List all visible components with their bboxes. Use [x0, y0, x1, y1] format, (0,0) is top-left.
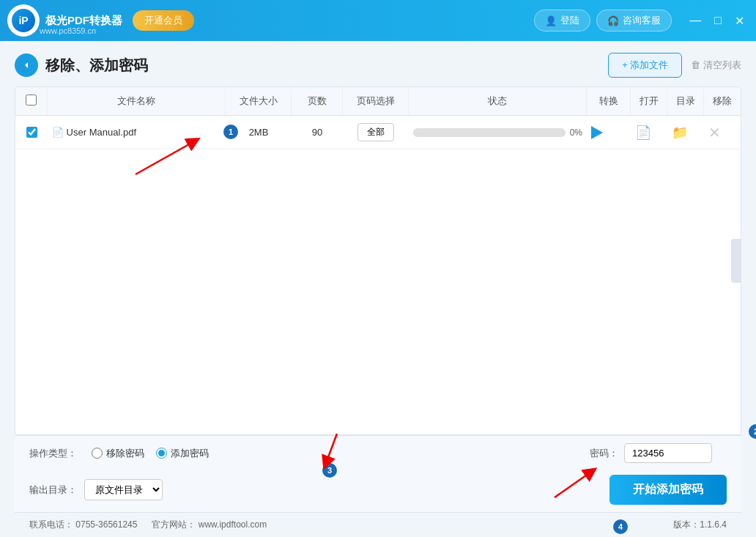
radio-remove-text: 移除密码 [106, 447, 144, 460]
row-pageselect-cell: 全部 [343, 116, 409, 149]
maximize-button[interactable]: □ [710, 12, 726, 29]
clear-list-button[interactable]: 🗑 清空列表 [691, 59, 741, 72]
support-label: 咨询客服 [623, 14, 661, 27]
page-select-button[interactable]: 全部 [357, 123, 394, 141]
row-status-cell: 0% [409, 120, 587, 145]
play-icon [591, 126, 603, 139]
open-file-button[interactable]: 📄 [635, 125, 651, 141]
add-file-button[interactable]: + 添加文件 [608, 53, 682, 78]
content-area: 文件名称 文件大小 页数 页码选择 状态 转换 打开 目录 移除 📄 User … [15, 86, 741, 435]
close-icon: ✕ [708, 124, 721, 141]
app-name: 极光PDF转换器 [45, 14, 122, 28]
phone-value: 0755-36561245 [75, 519, 137, 530]
document-icon: 📄 [635, 125, 651, 141]
footer-website: 官方网站： www.ipdftool.com [152, 519, 267, 531]
file-table: 文件名称 文件大小 页数 页码选择 状态 转换 打开 目录 移除 📄 User … [15, 86, 741, 435]
footer: 联系电话： 0755-36561245 官方网站： www.ipdftool.c… [15, 512, 741, 537]
login-button[interactable]: 👤 登陆 [534, 10, 590, 32]
radio-add-text: 添加密码 [171, 447, 209, 460]
headset-icon: 🎧 [607, 15, 619, 26]
annotation-circle-2: 2 [749, 424, 756, 439]
col-convert: 转换 [587, 87, 631, 115]
main-content: 移除、添加密码 + 添加文件 🗑 清空列表 文件名称 文件大小 页数 页码选择 … [0, 41, 756, 537]
app-url: www.pc8359.cn [40, 26, 96, 35]
password-section: 密码： [590, 443, 712, 463]
col-pageselect: 页码选择 [343, 87, 409, 115]
bottom-area: 操作类型： 移除密码 添加密码 密码： 2 [15, 435, 741, 512]
col-status: 状态 [409, 87, 587, 115]
app-logo: iP [7, 4, 40, 37]
row-checkbox[interactable] [26, 127, 37, 138]
radio-remove-label[interactable]: 移除密码 [92, 447, 144, 460]
table-header: 文件名称 文件大小 页数 页码选择 状态 转换 打开 目录 移除 [15, 87, 741, 116]
minimize-button[interactable]: — [685, 12, 705, 29]
col-open: 打开 [631, 87, 667, 115]
website-label: 官方网站： [152, 519, 196, 530]
right-edge-tab [731, 239, 741, 283]
table-row: 📄 User Manual.pdf 2MB 90 全部 0% [15, 116, 741, 149]
website-value: www.ipdftool.com [199, 519, 267, 530]
back-icon [21, 59, 32, 71]
col-checkbox [15, 87, 48, 115]
row-pages: 90 [292, 119, 343, 145]
radio-add[interactable] [156, 448, 167, 459]
table-body: 📄 User Manual.pdf 2MB 90 全部 0% [15, 116, 741, 434]
bottom-row2: 输出目录： 原文件目录 3 开始添加密码 4 [15, 470, 741, 512]
window-controls: — □ ✕ [685, 12, 749, 29]
login-label: 登陆 [560, 14, 579, 27]
progress-text: 0% [570, 127, 582, 138]
password-input[interactable] [624, 443, 712, 463]
row-filesize: 2MB [226, 119, 292, 145]
col-dir: 目录 [667, 87, 704, 115]
progress-wrap: 0% [413, 127, 582, 138]
vip-button[interactable]: 开通会员 [133, 10, 194, 31]
col-filename: 文件名称 [48, 87, 226, 115]
row-remove-cell: ✕ [704, 116, 741, 149]
col-pages: 页数 [292, 87, 343, 115]
row-open-cell: 📄 [631, 117, 667, 148]
back-button[interactable] [15, 53, 38, 77]
svg-line-3 [555, 472, 591, 497]
page-title: 移除、添加密码 [45, 56, 608, 75]
top-bar: 移除、添加密码 + 添加文件 🗑 清空列表 [15, 53, 741, 78]
select-all-checkbox[interactable] [26, 95, 37, 105]
row-dir-cell: 📁 [667, 117, 704, 148]
radio-remove[interactable] [92, 448, 103, 459]
version-text: 版本：1.1.6.4 [673, 519, 727, 531]
col-filesize: 文件大小 [226, 87, 292, 115]
op-type-label: 操作类型： [29, 447, 77, 460]
remove-file-button[interactable]: ✕ [708, 124, 721, 141]
convert-button[interactable] [591, 126, 603, 139]
col-remove: 移除 [704, 87, 741, 115]
footer-phone: 联系电话： 0755-36561245 [29, 519, 137, 531]
open-dir-button[interactable]: 📁 [672, 125, 688, 141]
titlebar: iP 极光PDF转换器 www.pc8359.cn 开通会员 👤 登陆 🎧 咨询… [0, 0, 756, 41]
close-button[interactable]: ✕ [730, 12, 749, 29]
titlebar-right: 👤 登陆 🎧 咨询客服 — □ ✕ [534, 10, 749, 32]
radio-group: 移除密码 添加密码 [92, 447, 209, 460]
folder-icon: 📁 [672, 125, 688, 141]
progress-bar-bg [413, 128, 566, 137]
row-checkbox-cell [15, 119, 48, 145]
radio-add-label[interactable]: 添加密码 [156, 447, 209, 460]
footer-left: 联系电话： 0755-36561245 官方网站： www.ipdftool.c… [29, 519, 267, 531]
start-button[interactable]: 开始添加密码 [609, 475, 727, 505]
row-filename: 📄 User Manual.pdf [48, 119, 226, 145]
support-button[interactable]: 🎧 咨询客服 [596, 10, 672, 32]
password-label: 密码： [590, 447, 618, 460]
phone-label: 联系电话： [29, 519, 73, 530]
bottom-controls: 操作类型： 移除密码 添加密码 密码： 2 [15, 435, 741, 470]
user-icon: 👤 [545, 15, 557, 26]
logo-text: iP [18, 15, 28, 26]
row-convert-cell [587, 119, 631, 147]
output-label: 输出目录： [29, 484, 77, 497]
output-select[interactable]: 原文件目录 [84, 479, 163, 500]
